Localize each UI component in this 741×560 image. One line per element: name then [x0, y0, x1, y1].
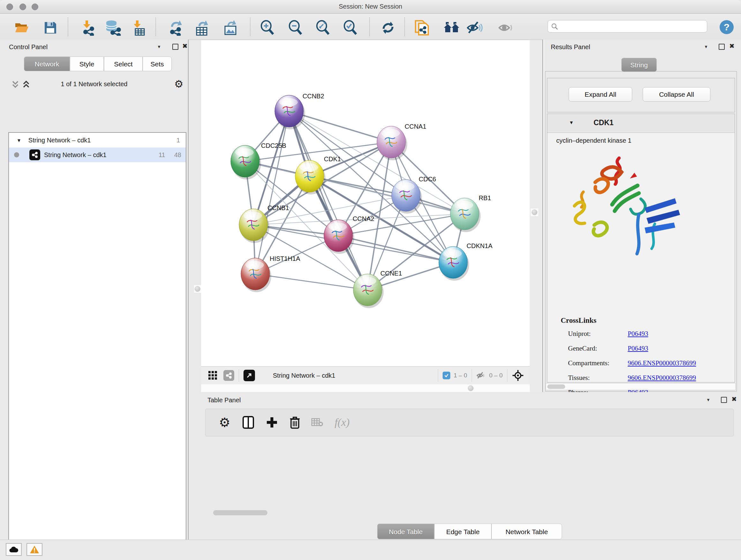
network-view-toolbar: String Network – cdk1 1 – 0 0 – 0	[201, 366, 530, 385]
export-table-icon	[194, 20, 210, 36]
results-hscrollbar[interactable]	[546, 383, 736, 390]
horizontal-splitter[interactable]	[201, 384, 530, 392]
tab-network[interactable]: Network	[24, 57, 70, 71]
crosshair-icon	[512, 369, 524, 381]
export-image-icon	[222, 20, 239, 36]
table-panel-float-button[interactable]	[721, 397, 727, 403]
show-glass-eye-button[interactable]	[498, 19, 515, 36]
tab-node-table[interactable]: Node Table	[377, 523, 434, 539]
edge-HIST1H1A-CCNE1[interactable]	[255, 274, 367, 290]
expand-all-button[interactable]: Expand All	[569, 87, 632, 102]
open-in-browser-button[interactable]	[244, 370, 255, 381]
export-table-button[interactable]	[194, 19, 210, 36]
right-splitter-handle[interactable]	[531, 208, 538, 216]
fit-selected-button[interactable]	[512, 369, 524, 381]
network-graph[interactable]: CCNB2CCNA1CDC25BCDK1CDC6RB1CCNB1CCNA2CDK…	[201, 40, 530, 366]
protein-collapse-caret-icon[interactable]: ▼	[569, 120, 574, 125]
collapse-all-button[interactable]: Collapse All	[643, 87, 711, 102]
tab-sets[interactable]: Sets	[143, 57, 172, 71]
node-CDKN1A[interactable]	[439, 246, 469, 281]
node-HIST1H1A[interactable]	[241, 258, 271, 292]
node-CCNB2[interactable]	[275, 95, 305, 129]
delete-column-button[interactable]	[286, 414, 304, 431]
zoom-out-button[interactable]	[287, 19, 304, 36]
results-panel-float-button[interactable]	[719, 44, 725, 50]
import-network-from-database-button[interactable]	[105, 19, 121, 36]
protein-section-header[interactable]: ▼ CDK1	[547, 114, 735, 133]
tab-select[interactable]: Select	[104, 57, 143, 71]
refresh-icon	[381, 20, 395, 35]
node-CCNE1[interactable]	[353, 274, 384, 308]
export-network-icon	[168, 20, 184, 36]
network-share-button[interactable]	[223, 370, 234, 381]
crosslink-value-link[interactable]: P06493	[628, 330, 648, 338]
results-panel-close-button[interactable]: ✖	[729, 42, 735, 50]
left-splitter-handle[interactable]	[194, 285, 201, 293]
node-CDK1[interactable]	[295, 160, 326, 194]
apply-layout-button[interactable]	[380, 19, 396, 36]
open-session-button[interactable]	[13, 19, 30, 36]
toolbar-separator	[250, 17, 251, 36]
network-current-dot-icon	[14, 152, 19, 158]
table-panel: Table Panel ▼ ✖ ⚙	[201, 392, 741, 540]
table-gear-icon[interactable]: ⚙	[216, 414, 233, 431]
zoom-selected-button[interactable]	[342, 19, 359, 36]
tab-network-table[interactable]: Network Table	[491, 523, 562, 539]
network-collection-row[interactable]: ▼ String Network – cdk1 1	[9, 133, 186, 147]
network-view-title: String Network – cdk1	[273, 372, 335, 379]
tab-edge-table[interactable]: Edge Table	[434, 523, 491, 539]
expand-collapse-box: Expand All Collapse All	[547, 78, 735, 112]
database-icon	[105, 20, 121, 36]
birdseye-grid-button[interactable]	[208, 371, 218, 380]
crosslink-value-link[interactable]: P06493	[628, 345, 648, 353]
show-columns-button[interactable]	[239, 414, 257, 431]
selected-checkbox-icon[interactable]	[443, 372, 450, 379]
string-import-button[interactable]	[414, 19, 430, 36]
tab-style[interactable]: Style	[70, 57, 104, 71]
export-network-button[interactable]	[167, 19, 184, 36]
save-session-button[interactable]	[42, 19, 59, 36]
network-canvas[interactable]: CCNB2CCNA1CDC25BCDK1CDC6RB1CCNB1CCNA2CDK…	[201, 40, 530, 366]
table-panel-menu-caret[interactable]: ▼	[706, 397, 711, 402]
control-panel-float-button[interactable]	[172, 44, 179, 50]
zoom-fit-button[interactable]	[315, 19, 331, 36]
search-icon	[551, 23, 558, 30]
node-label-HIST1H1A: HIST1H1A	[270, 255, 300, 262]
collapse-all-networks-button[interactable]	[11, 80, 20, 89]
warning-status-button[interactable]	[26, 543, 43, 556]
add-column-button[interactable]	[263, 414, 281, 431]
right-splitter[interactable]	[530, 40, 542, 392]
table-panel-close-button[interactable]: ✖	[731, 395, 737, 403]
tree-expand-caret-icon[interactable]: ▼	[17, 138, 21, 143]
node-label-CDC6: CDC6	[419, 176, 436, 183]
import-network-button[interactable]	[79, 19, 95, 36]
edge-CCNA2-CDKN1A[interactable]	[338, 236, 453, 262]
crosslink-value-link[interactable]: 9606.ENSP00000378699	[628, 359, 696, 367]
eye-slash-icon	[467, 21, 483, 35]
home-button[interactable]	[443, 19, 460, 36]
results-hscrollbar-thumb[interactable]	[547, 384, 565, 389]
table-hscrollbar-thumb[interactable]	[213, 510, 267, 515]
node-CDC25B[interactable]	[231, 145, 261, 179]
node-CDC6[interactable]	[392, 179, 422, 213]
node-CCNA1[interactable]	[377, 126, 407, 160]
crosslink-value-link[interactable]: 9606.ENSP00000378699	[628, 374, 696, 382]
edge-CCNB2-CCNE1[interactable]	[289, 111, 367, 290]
results-panel-menu-caret[interactable]: ▼	[704, 44, 708, 49]
network-panel-gear-icon[interactable]: ⚙	[174, 78, 184, 90]
control-panel-close-button[interactable]: ✖	[182, 42, 188, 50]
expand-all-networks-button[interactable]	[22, 80, 30, 89]
open-folder-icon	[14, 21, 29, 34]
horizontal-splitter-handle[interactable]	[468, 385, 474, 391]
zoom-in-button[interactable]	[259, 19, 276, 36]
export-image-button[interactable]	[222, 19, 239, 36]
cloud-status-button[interactable]	[6, 543, 22, 556]
tab-string[interactable]: String	[621, 58, 657, 72]
import-table-button[interactable]	[130, 19, 146, 36]
node-RB1[interactable]	[450, 198, 481, 232]
control-panel-menu-caret[interactable]: ▼	[157, 44, 161, 49]
help-button[interactable]: ?	[720, 20, 734, 34]
network-row[interactable]: String Network – cdk1 11 48	[9, 147, 186, 162]
search-input[interactable]	[558, 21, 707, 32]
hide-glass-eye-button[interactable]	[467, 19, 483, 36]
